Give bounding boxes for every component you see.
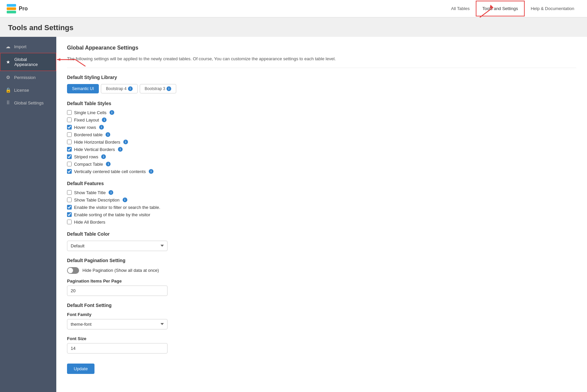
library-buttons: Semantic UI Bootstrap 4 i Bootstrap 3 i	[67, 84, 576, 93]
svg-marker-6	[57, 58, 60, 61]
checkbox-striped-rows-input[interactable]	[67, 154, 72, 159]
checkbox-enable-filter[interactable]: Enable the visitor to filter or search t…	[67, 205, 576, 210]
checkbox-fixed-layout-input[interactable]	[67, 117, 72, 122]
main-content: Global Appearance Settings The following…	[56, 37, 587, 392]
checkbox-hide-all-borders-input[interactable]	[67, 220, 72, 224]
page-title: Tools and Settings	[0, 17, 587, 37]
per-page-label: Pagination Items Per Page	[67, 279, 576, 284]
checkbox-enable-sorting-input[interactable]	[67, 212, 72, 217]
font-family-select[interactable]: theme-font Arial Helvetica Georgia Verda…	[67, 319, 168, 329]
update-button[interactable]: Update	[67, 364, 94, 374]
info-icon-hide-horiz: i	[123, 140, 128, 144]
sidebar-item-import[interactable]: ☁ Import	[0, 40, 56, 53]
info-icon-bordered: i	[106, 132, 110, 137]
checkbox-hide-vertical[interactable]: Hide Vertical Borders i	[67, 147, 576, 152]
lib-btn-semantic-ui[interactable]: Semantic UI	[67, 84, 99, 93]
checkbox-show-description-input[interactable]	[67, 198, 72, 202]
font-size-section: Font Size	[67, 336, 576, 354]
font-size-input[interactable]	[67, 343, 168, 354]
styling-library-title: Default Styling Library	[67, 75, 576, 80]
section-title: Global Appearance Settings	[67, 45, 576, 51]
pagination-title: Default Pagination Setting	[67, 258, 576, 263]
sidebar-item-global-appearance[interactable]: ★ Global Appearance	[0, 53, 56, 71]
logo: Pro	[7, 4, 28, 13]
checkbox-bordered-table[interactable]: Bordered table i	[67, 132, 576, 137]
checkbox-bordered-table-input[interactable]	[67, 132, 72, 137]
table-color-title: Default Table Color	[67, 231, 576, 237]
checkbox-enable-sorting[interactable]: Enable sorting of the table by the visit…	[67, 212, 576, 217]
nav-links: All Tables Tools and Settings Help & Doc…	[445, 1, 580, 16]
table-color-select[interactable]: Default Blue Green Red Orange	[67, 241, 168, 251]
toggle-slider	[67, 267, 79, 274]
content-area: ☁ Import ★ Global Appearance ⚙ Permissio…	[0, 37, 587, 392]
info-icon-hide-vert: i	[118, 147, 123, 152]
checkbox-hover-rows[interactable]: Hover rows i	[67, 125, 576, 130]
features-title: Default Features	[67, 181, 576, 186]
svg-rect-2	[7, 11, 16, 13]
checkbox-compact-table[interactable]: Compact Table i	[67, 162, 576, 167]
font-family-section: Font Family theme-font Arial Helvetica G…	[67, 312, 576, 329]
lock-icon: 🔒	[5, 87, 11, 93]
info-icon-fixed-layout: i	[102, 117, 107, 122]
table-styles-title: Default Table Styles	[67, 101, 576, 106]
info-icon-b3: i	[167, 86, 171, 91]
info-icon-striped: i	[101, 154, 106, 159]
info-icon-single-line: i	[110, 110, 114, 115]
checkbox-striped-rows[interactable]: Striped rows i	[67, 154, 576, 159]
features-list: Show Table Title i Show Table Descriptio…	[67, 190, 576, 225]
per-page-input[interactable]	[67, 286, 168, 296]
checkbox-single-line-input[interactable]	[67, 110, 72, 115]
info-icon-show-desc: i	[123, 198, 127, 202]
checkbox-show-title[interactable]: Show Table Title i	[67, 190, 576, 195]
font-family-label: Font Family	[67, 312, 576, 317]
lib-btn-bootstrap4[interactable]: Bootstrap 4 i	[101, 84, 137, 93]
grid-icon: ⠿	[5, 100, 11, 105]
annotation-arrow-info	[57, 56, 77, 66]
info-icon-hover-rows: i	[99, 125, 104, 130]
pagination-toggle[interactable]	[67, 267, 79, 274]
nav-all-tables[interactable]: All Tables	[445, 1, 475, 16]
info-icon-compact: i	[106, 162, 111, 166]
cloud-icon: ☁	[5, 44, 11, 49]
checkbox-fixed-layout[interactable]: Fixed Layout i	[67, 117, 576, 123]
checkbox-compact-table-input[interactable]	[67, 162, 72, 166]
info-text: The following settings will be applied t…	[67, 56, 576, 68]
lib-btn-bootstrap3[interactable]: Bootstrap 3 i	[140, 84, 176, 93]
info-icon-show-title: i	[109, 190, 113, 195]
sidebar-item-license[interactable]: 🔒 License	[0, 84, 56, 96]
checkbox-show-description[interactable]: Show Table Description i	[67, 198, 576, 203]
checkbox-hide-horizontal-input[interactable]	[67, 140, 72, 144]
logo-icon	[7, 4, 16, 13]
checkbox-single-line[interactable]: Single Line Cells i	[67, 110, 576, 115]
sidebar-item-global-settings[interactable]: ⠿ Global Settings	[0, 96, 56, 109]
per-page-section: Pagination Items Per Page	[67, 279, 576, 296]
pagination-toggle-label: Hide Pagination (Show all data at once)	[82, 268, 159, 273]
checkbox-hover-rows-input[interactable]	[67, 125, 72, 130]
top-nav: Pro All Tables Tools and Settings Help &…	[0, 0, 587, 17]
sidebar-item-permission[interactable]: ⚙ Permission	[0, 71, 56, 84]
svg-rect-1	[7, 7, 16, 10]
checkbox-vertically-centered-input[interactable]	[67, 169, 72, 174]
font-setting-title: Default Font Setting	[67, 303, 576, 308]
font-size-label: Font Size	[67, 336, 576, 341]
nav-help-docs[interactable]: Help & Documentation	[525, 1, 580, 16]
checkbox-show-title-input[interactable]	[67, 190, 72, 195]
info-icon-b4: i	[128, 86, 133, 91]
table-styles-list: Single Line Cells i Fixed Layout i Hover…	[67, 110, 576, 174]
svg-rect-0	[7, 4, 16, 7]
info-icon-vert-center: i	[149, 169, 153, 174]
nav-tools-settings[interactable]: Tools and Settings	[476, 1, 525, 16]
sidebar: ☁ Import ★ Global Appearance ⚙ Permissio…	[0, 37, 56, 392]
star-icon: ★	[6, 59, 11, 65]
checkbox-hide-horizontal[interactable]: Hide Horizontal Borders i	[67, 140, 576, 145]
pagination-toggle-row: Hide Pagination (Show all data at once)	[67, 267, 576, 274]
checkbox-hide-vertical-input[interactable]	[67, 147, 72, 152]
gear-icon: ⚙	[5, 75, 11, 80]
checkbox-enable-filter-input[interactable]	[67, 205, 72, 210]
checkbox-hide-all-borders[interactable]: Hide All Borders	[67, 220, 576, 225]
checkbox-vertically-centered[interactable]: Vertically centered table cell contents …	[67, 169, 576, 174]
table-color-section: Default Blue Green Red Orange	[67, 241, 576, 251]
